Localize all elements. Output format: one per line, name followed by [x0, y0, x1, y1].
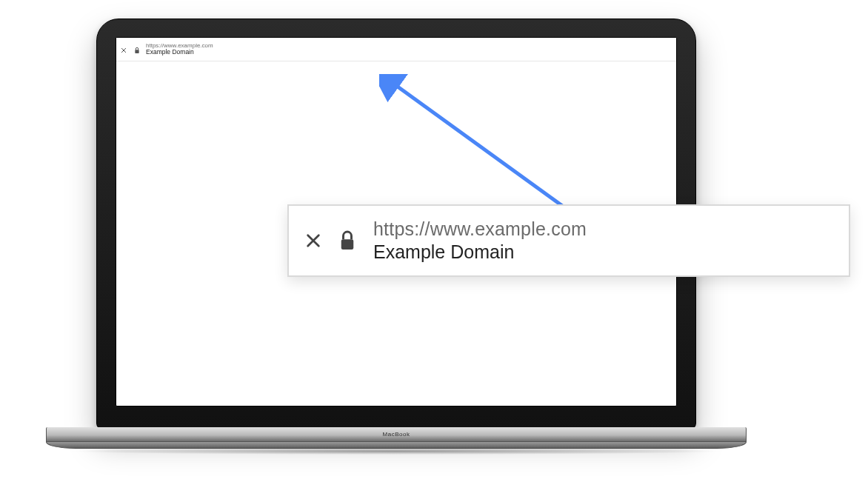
close-icon[interactable] [121, 47, 127, 53]
close-icon[interactable] [305, 232, 321, 249]
svg-rect-6 [341, 239, 354, 250]
browser-bar: https://www.example.com Example Domain [116, 38, 676, 61]
page-title: Example Domain [373, 241, 587, 264]
page-title: Example Domain [146, 49, 213, 56]
browser-bar-zoom-callout: https://www.example.com Example Domain [287, 204, 850, 277]
address-url[interactable]: https://www.example.com [373, 218, 587, 241]
lock-icon[interactable] [134, 47, 140, 54]
browser-bar-text: https://www.example.com Example Domain [146, 42, 213, 56]
laptop-shadow [67, 448, 725, 455]
lock-icon[interactable] [339, 230, 355, 251]
callout-text: https://www.example.com Example Domain [373, 218, 587, 264]
device-label: MacBook [383, 431, 410, 438]
browser-bar-controls [121, 42, 140, 54]
laptop-hinge: MacBook [46, 427, 747, 442]
svg-rect-2 [135, 50, 138, 53]
laptop-base: MacBook [46, 427, 747, 455]
